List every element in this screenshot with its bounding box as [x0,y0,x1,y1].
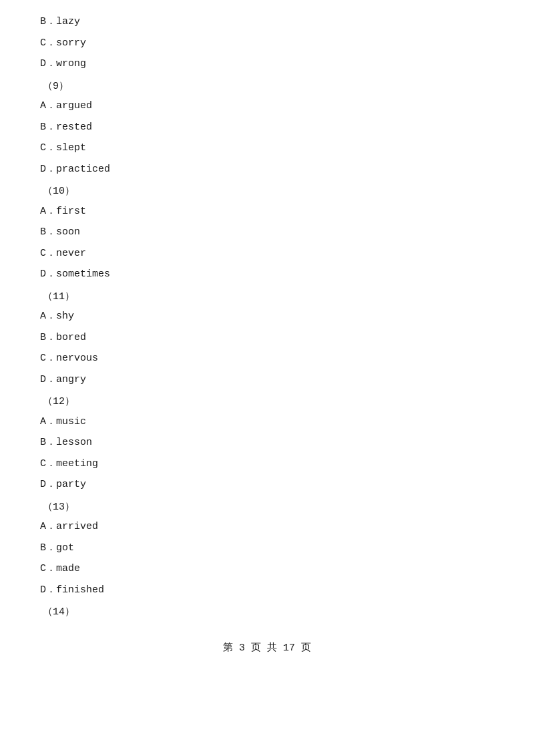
q10-option-a: A．first [40,203,494,220]
q10-option-d: D．sometimes [40,266,494,283]
q11-option-d: D．angry [40,371,494,389]
q10-option-b: B．soon [40,224,494,241]
q9-option-d: D．practiced [40,161,494,178]
option-d-wrong: D．wrong [40,55,494,73]
q13-option-d: D．finished [40,582,494,599]
q12-option-a: A．music [40,413,494,431]
question-11-number: （11） [40,289,494,306]
question-12-number: （12） [40,393,494,411]
q13-option-b: B．got [40,540,494,557]
q9-option-c: C．slept [40,140,494,157]
question-9-number: （9） [40,78,494,96]
option-b-lazy: B．lazy [40,13,494,31]
content-area: B．lazy C．sorry D．wrong （9） A．argued B．re… [40,13,494,621]
question-10-number: （10） [40,183,494,200]
q12-option-b: B．lesson [40,434,494,451]
page-footer: 第 3 页 共 17 页 [40,641,494,654]
option-c-sorry: C．sorry [40,35,494,52]
q12-option-d: D．party [40,476,494,494]
q13-option-a: A．arrived [40,518,494,536]
question-13-number: （13） [40,499,494,516]
q11-option-c: C．nervous [40,350,494,367]
q9-option-a: A．argued [40,98,494,115]
q10-option-c: C．never [40,245,494,262]
q11-option-a: A．shy [40,308,494,325]
q11-option-b: B．bored [40,329,494,347]
question-14-number: （14） [40,604,494,621]
q12-option-c: C．meeting [40,455,494,473]
q13-option-c: C．made [40,560,494,578]
q9-option-b: B．rested [40,119,494,136]
